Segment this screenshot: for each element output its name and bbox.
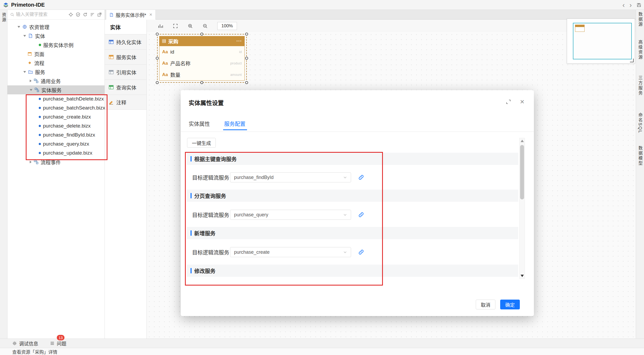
locate-icon[interactable] xyxy=(68,12,73,17)
blue-dot-icon xyxy=(39,152,41,154)
right-rail-tab-datasource[interactable]: 数据源 xyxy=(637,12,643,27)
caret-down-icon[interactable] xyxy=(30,89,32,91)
caret-down-icon[interactable] xyxy=(18,26,20,28)
tree-item-label: purchase_query.bizx xyxy=(43,141,89,147)
zoom-out-icon[interactable] xyxy=(202,23,208,29)
section-header-update: 修改服务 xyxy=(187,265,518,277)
entity-card-purchase[interactable]: 采购 ··· Aa id id Aa 产品名称 product Aa 数量 am… xyxy=(159,36,245,81)
tree-item-label: purchase_batchDelete.bizx xyxy=(43,96,104,102)
save-icon[interactable] xyxy=(637,3,641,7)
tree-item-label: purchase_create.bizx xyxy=(43,114,91,120)
debug-info-item[interactable]: 调试信息 xyxy=(12,340,38,347)
right-rail-tab-named-sql[interactable]: 命名SQL xyxy=(637,113,643,134)
section-header-create: 新增服务 xyxy=(187,227,518,239)
scroll-thumb[interactable] xyxy=(520,145,524,199)
app-window: Primeton-IDE ‹ › 资源 xyxy=(0,0,644,355)
right-rail-tab-data-model[interactable]: 数据模型 xyxy=(637,146,643,166)
field-name: 产品名称 xyxy=(170,60,191,67)
left-rail-tab-resources[interactable]: 资源 xyxy=(1,12,7,23)
service-node-icon xyxy=(34,160,38,164)
palette-item-label: 引用实体 xyxy=(116,69,136,76)
export-icon[interactable] xyxy=(97,12,102,17)
title-bar: Primeton-IDE ‹ › xyxy=(0,0,644,10)
dialog-title: 实体属性设置 xyxy=(189,98,224,107)
entity-menu-icon[interactable]: ··· xyxy=(236,38,242,44)
tree-item-bizx-file[interactable]: purchase_create.bizx xyxy=(7,112,105,121)
debug-bar: 调试信息 问题 xyxy=(0,339,644,348)
editor-tab-active[interactable]: 服务实体示例* × xyxy=(106,10,156,20)
zoom-in-icon[interactable] xyxy=(188,23,193,29)
palette-item-comment[interactable]: 注释 xyxy=(105,95,146,110)
tree-item-bizx-file[interactable]: purchase_update.bizx xyxy=(7,148,105,157)
entity-field-row[interactable]: Aa 产品名称 product xyxy=(159,58,244,69)
scroll-up-icon[interactable] xyxy=(521,140,524,142)
tree-item-services-folder[interactable]: 服务 xyxy=(7,67,105,76)
app-logo-icon xyxy=(3,2,8,7)
link-icon[interactable] xyxy=(358,212,364,218)
service-entity-icon xyxy=(109,54,114,60)
right-rail-tab-advanced[interactable]: 高级资源 xyxy=(637,40,643,60)
section-header-find-by-id: 根据主键查询服务 xyxy=(187,153,518,165)
nav-back-icon[interactable]: ‹ xyxy=(623,2,625,8)
entity-field-row[interactable]: Aa 数量 amount xyxy=(159,69,244,80)
tree-item-entity-folder[interactable]: 实体 xyxy=(7,31,105,40)
blue-dot-icon xyxy=(39,116,41,118)
tree-item-bizx-file[interactable]: purchase_batchDelete.bizx xyxy=(7,94,105,103)
zoom-level[interactable]: 100% xyxy=(217,22,237,30)
tree-item-common-service[interactable]: 通用业务 xyxy=(7,76,105,85)
palette-item-label: 持久化实体 xyxy=(116,38,141,46)
tree-item-bizx-file[interactable]: purchase_delete.bizx xyxy=(7,121,105,130)
caret-right-icon[interactable] xyxy=(30,161,32,163)
palette-item-reference-entity[interactable]: 引用实体 xyxy=(105,64,146,80)
dialog-scrollbar[interactable] xyxy=(519,138,525,279)
search-input[interactable] xyxy=(16,12,66,17)
minimap-viewport[interactable] xyxy=(573,23,632,59)
target-flow-select-findbyid[interactable]: purchase_findById xyxy=(230,172,351,182)
tree-item-flows[interactable]: 流程 xyxy=(7,58,105,67)
search-box[interactable] xyxy=(10,12,66,17)
tree-item-flow-events[interactable]: 流程事件 xyxy=(7,157,105,166)
tree-item-pages[interactable]: 页面 xyxy=(7,49,105,58)
chart-icon[interactable] xyxy=(158,23,163,29)
status-message: 查看资源「采购」详情 xyxy=(12,348,57,355)
minimap-resize-icon[interactable] xyxy=(630,59,634,62)
fullscreen-icon[interactable] xyxy=(506,99,511,104)
one-click-generate-button[interactable]: 一键生成 xyxy=(187,138,216,148)
tab-service-config[interactable]: 服务配置 xyxy=(224,120,245,128)
target-flow-select-create[interactable]: purchase_create xyxy=(230,247,351,257)
field-hint: product xyxy=(230,61,242,65)
palette-item-label: 注释 xyxy=(116,99,126,106)
problems-item[interactable]: 问题 xyxy=(50,340,66,347)
right-rail-tab-thirdparty[interactable]: 三方服务 xyxy=(637,76,643,96)
tree-item-entity-sample[interactable]: 服务实体示例 xyxy=(7,40,105,49)
close-icon[interactable]: × xyxy=(520,98,524,106)
refresh-icon[interactable] xyxy=(83,12,88,17)
caret-down-icon[interactable] xyxy=(23,35,26,37)
tree-item-bizx-file[interactable]: purchase_findById.bizx xyxy=(7,130,105,139)
target-flow-select-query[interactable]: purchase_query xyxy=(230,210,351,220)
cancel-button[interactable]: 取消 xyxy=(476,300,495,309)
fit-screen-icon[interactable] xyxy=(173,23,178,29)
palette-item-query-entity[interactable]: 查询实体 xyxy=(105,80,146,95)
tree-item-bizx-file[interactable]: purchase_batchSearch.bizx xyxy=(7,103,105,112)
tree-item-project[interactable]: 农资管理 xyxy=(7,22,105,31)
entity-header[interactable]: 采购 ··· xyxy=(159,36,245,46)
tree-item-bizx-file[interactable]: purchase_query.bizx xyxy=(7,139,105,148)
tab-close-icon[interactable]: × xyxy=(149,12,152,17)
link-icon[interactable] xyxy=(358,174,364,181)
status-bar: 查看资源「采购」详情 xyxy=(0,348,644,355)
tab-entity-properties[interactable]: 实体属性 xyxy=(189,120,210,128)
entity-field-row[interactable]: Aa id id xyxy=(159,46,244,58)
sort-icon[interactable] xyxy=(90,12,95,17)
palette-item-service-entity[interactable]: 服务实体 xyxy=(105,49,146,64)
scroll-down-icon[interactable] xyxy=(521,275,524,277)
tree-item-entity-service[interactable]: 实体服务 xyxy=(7,85,105,94)
caret-down-icon[interactable] xyxy=(23,71,26,73)
caret-right-icon[interactable] xyxy=(30,80,32,82)
nav-forward-icon[interactable]: › xyxy=(629,2,632,8)
link-icon[interactable] xyxy=(358,249,364,255)
validate-icon[interactable] xyxy=(76,12,80,17)
confirm-button[interactable]: 确定 xyxy=(500,300,520,309)
tree-item-label: 流程 xyxy=(34,59,44,67)
palette-item-persistent-entity[interactable]: 持久化实体 xyxy=(105,34,146,49)
